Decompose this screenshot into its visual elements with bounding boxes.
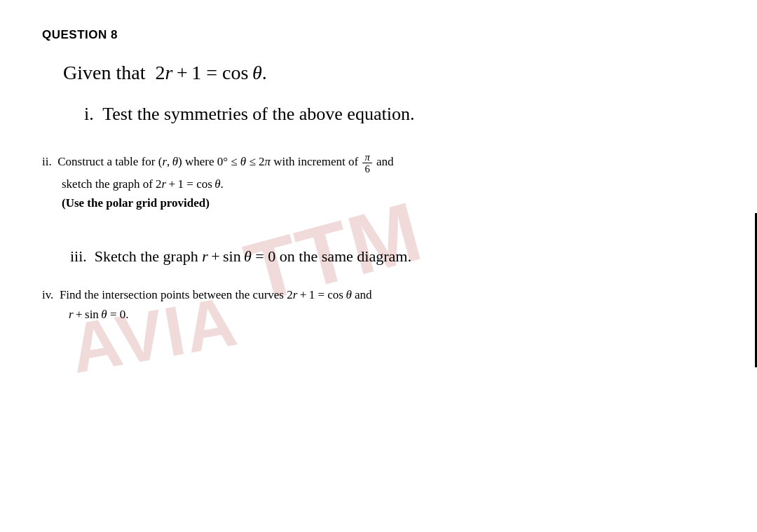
part-iv-text2: r + sin θ = 0. xyxy=(69,305,128,325)
given-equation-line: Given that 2r + 1 = cos θ. xyxy=(63,62,715,84)
part-iv-text1: Find the intersection points between the… xyxy=(60,288,372,301)
part-iv-label: iv. xyxy=(42,288,60,301)
given-text: Given that 2r + 1 = cos θ. xyxy=(63,62,267,83)
fraction-pi-over-6: π 6 xyxy=(362,151,371,175)
part-ii-line2: sketch the graph of 2r + 1 = cos θ. xyxy=(62,175,224,193)
question-label: QUESTION 8 xyxy=(42,28,715,42)
fraction-numerator: π xyxy=(362,151,371,163)
part-ii-text: Construct a table for (r, θ) where 0° ≤ … xyxy=(57,155,393,168)
part-ii-container: ii. Construct a table for (r, θ) where 0… xyxy=(42,151,715,212)
part-i-label: i. xyxy=(84,104,102,124)
part-i-text: Test the symmetries of the above equatio… xyxy=(102,104,414,124)
part-iii-label: iii. xyxy=(70,247,95,265)
part-iii-text: Sketch the graph r + sin θ = 0 on the sa… xyxy=(95,247,411,265)
fraction-denominator: 6 xyxy=(362,163,371,175)
part-ii-label: ii. xyxy=(42,155,57,168)
part-iv-container: iv. Find the intersection points between… xyxy=(42,285,715,325)
part-ii-line3: (Use the polar grid provided) xyxy=(62,193,210,212)
part-iii-container: iii. Sketch the graph r + sin θ = 0 on t… xyxy=(70,247,715,266)
part-i-container: i. Test the symmetries of the above equa… xyxy=(84,104,715,125)
